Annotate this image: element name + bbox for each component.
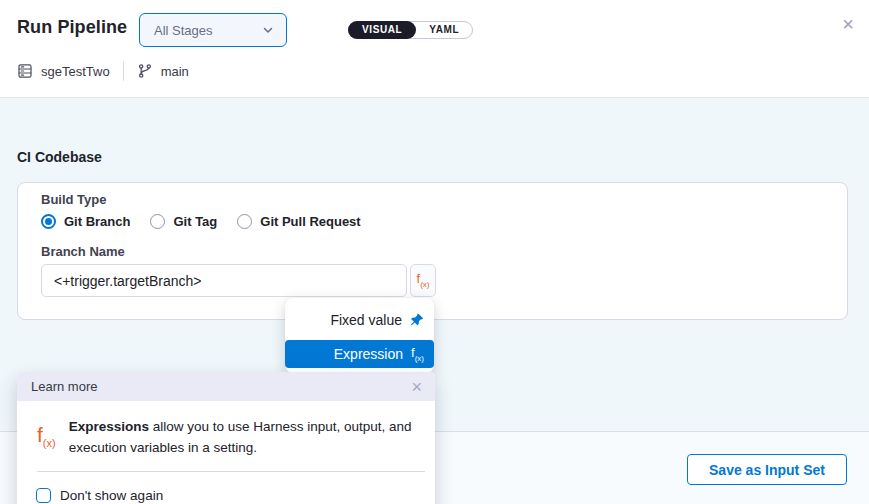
popover-divider [37, 471, 425, 472]
tab-visual[interactable]: VISUAL [348, 21, 416, 39]
radio-label: Git Branch [64, 214, 130, 229]
save-as-input-set-button[interactable]: Save as Input Set [687, 454, 847, 485]
radio-label: Git Tag [173, 214, 217, 229]
build-type-radio-group: Git Branch Git Tag Git Pull Request [41, 210, 361, 232]
tab-yaml[interactable]: YAML [416, 22, 472, 38]
radio-git-pull-request[interactable]: Git Pull Request [237, 214, 360, 229]
menu-item-label: Fixed value [330, 312, 402, 328]
popover-body: f(x) Expressions allow you to use Harnes… [17, 401, 435, 459]
radio-label: Git Pull Request [260, 214, 360, 229]
run-pipeline-dialog: Run Pipeline All Stages VISUAL YAML × sg… [0, 0, 869, 504]
dialog-header: Run Pipeline All Stages VISUAL YAML × sg… [0, 0, 869, 98]
radio-control [150, 214, 165, 229]
fx-icon: f(x) [417, 272, 430, 289]
section-title-ci-codebase: CI Codebase [17, 149, 102, 165]
radio-git-tag[interactable]: Git Tag [150, 214, 217, 229]
menu-item-label: Expression [334, 346, 403, 362]
value-type-menu: Fixed value Expression f(x) [285, 298, 434, 373]
page-title: Run Pipeline [17, 17, 127, 38]
dont-show-again-row[interactable]: Don't show again [36, 488, 435, 503]
dont-show-again-checkbox[interactable] [36, 488, 51, 503]
close-icon[interactable]: × [842, 14, 854, 34]
repository-name: sgeTestTwo [41, 64, 110, 79]
branch-ref: main [161, 64, 189, 79]
context-divider [123, 61, 124, 81]
expression-help-text: Expressions allow you to use Harness inp… [69, 417, 415, 459]
pipeline-context-row: sgeTestTwo main [17, 61, 189, 81]
branch-name-input[interactable] [41, 264, 407, 297]
stage-select[interactable]: All Stages [139, 13, 287, 47]
build-type-label: Build Type [41, 192, 106, 207]
repository-icon [17, 63, 33, 79]
expression-fx-button[interactable]: f(x) [410, 264, 436, 297]
radio-control [41, 214, 56, 229]
popover-title: Learn more [31, 379, 97, 394]
view-mode-toggle: VISUAL YAML [348, 21, 473, 39]
popover-header: Learn more × [17, 372, 435, 401]
stage-select-value: All Stages [154, 23, 213, 38]
radio-control [237, 214, 252, 229]
radio-git-branch[interactable]: Git Branch [41, 214, 130, 229]
fx-icon: f(x) [411, 346, 424, 363]
menu-item-fixed-value[interactable]: Fixed value [285, 305, 434, 335]
git-branch-icon [137, 63, 153, 79]
checkbox-label: Don't show again [60, 488, 163, 503]
learn-more-popover: Learn more × f(x) Expressions allow you … [17, 372, 435, 504]
branch-name-label: Branch Name [41, 244, 125, 259]
chevron-down-icon [262, 24, 274, 36]
fx-icon: f(x) [37, 424, 56, 459]
menu-item-expression[interactable]: Expression f(x) [285, 340, 434, 368]
popover-close-icon[interactable]: × [411, 378, 422, 396]
ci-codebase-card: Build Type Git Branch Git Tag Git Pull R… [17, 182, 848, 320]
pin-icon [410, 313, 424, 327]
